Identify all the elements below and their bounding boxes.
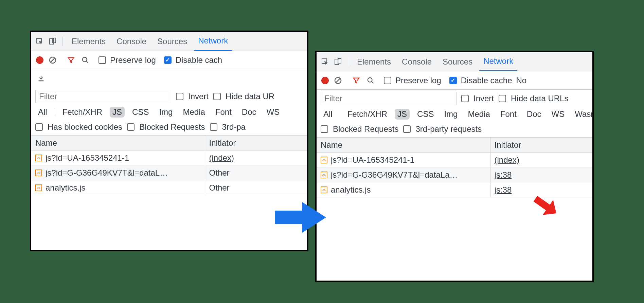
blocked-requests-checkbox[interactable] — [321, 125, 328, 133]
inspect-icon[interactable] — [320, 57, 330, 67]
inspect-icon[interactable] — [35, 36, 45, 47]
cell-initiator[interactable]: Other — [205, 165, 307, 180]
disable-cache-checkbox[interactable] — [449, 77, 457, 84]
filter-icon[interactable] — [66, 55, 76, 65]
preserve-log-checkbox[interactable] — [384, 77, 391, 84]
tabs-bar: Elements Console Sources Network — [317, 52, 592, 71]
initiator-link[interactable]: (index) — [209, 153, 234, 163]
filter-row: Invert Hide data URLs — [317, 90, 592, 107]
type-all[interactable]: All — [35, 107, 50, 118]
third-party-label: 3rd-party requests — [415, 124, 482, 134]
initiator-link[interactable]: js:38 — [495, 170, 512, 180]
tab-console[interactable]: Console — [112, 32, 150, 51]
invert-label: Invert — [473, 94, 494, 103]
search-icon[interactable] — [365, 75, 376, 86]
svg-text:<>: <> — [322, 173, 326, 177]
cell-name[interactable]: <>js?id=UA-165345241-1 — [317, 153, 490, 167]
cell-name[interactable]: <>analytics.js — [31, 180, 205, 195]
tab-network[interactable]: Network — [194, 32, 232, 51]
device-toggle-icon[interactable] — [48, 36, 58, 47]
disable-cache-checkbox[interactable] — [164, 56, 172, 64]
svg-text:<>: <> — [322, 188, 326, 192]
hide-data-urls-checkbox[interactable] — [499, 95, 506, 102]
preserve-log-checkbox[interactable] — [99, 56, 106, 64]
table-row[interactable]: <>js?id=G-G36G49KV7T&l=dataLa…js:38 — [317, 167, 592, 182]
download-har-icon[interactable] — [36, 73, 46, 84]
network-toolbar: Preserve log Disable cache No — [317, 71, 592, 90]
type-css[interactable]: CSS — [414, 109, 436, 120]
invert-checkbox[interactable] — [176, 93, 183, 100]
file-name: analytics.js — [46, 183, 85, 193]
filter-input[interactable] — [35, 90, 171, 103]
tab-sources[interactable]: Sources — [439, 52, 477, 71]
tab-sources[interactable]: Sources — [153, 32, 191, 51]
cell-initiator[interactable]: js:38 — [490, 167, 592, 182]
col-name-header[interactable]: Name — [31, 136, 205, 150]
table-row[interactable]: <>js?id=G-G36G49KV7T&l=dataL…Other — [31, 165, 307, 180]
filter-input[interactable] — [321, 92, 457, 105]
third-party-checkbox[interactable] — [403, 125, 411, 133]
cell-name[interactable]: <>js?id=G-G36G49KV7T&l=dataLa… — [317, 167, 490, 182]
type-wasm[interactable]: Wasn — [572, 109, 592, 120]
file-name: js?id=G-G36G49KV7T&l=dataL… — [46, 168, 168, 178]
type-js[interactable]: JS — [395, 109, 410, 120]
type-doc[interactable]: Doc — [524, 109, 544, 120]
initiator-link[interactable]: js:38 — [495, 185, 512, 195]
third-party-checkbox[interactable] — [210, 123, 217, 131]
requests-table: Name Initiator <>js?id=UA-165345241-1(in… — [31, 136, 307, 195]
type-doc[interactable]: Doc — [239, 107, 259, 118]
blocked-requests-checkbox[interactable] — [127, 123, 135, 131]
svg-line-17 — [372, 81, 374, 83]
clear-icon[interactable] — [333, 75, 343, 86]
col-name-header[interactable]: Name — [317, 138, 490, 152]
col-initiator-header[interactable]: Initiator — [490, 138, 592, 152]
initiator-text: Other — [209, 168, 230, 178]
type-media[interactable]: Media — [180, 107, 208, 118]
tab-console[interactable]: Console — [398, 52, 436, 71]
tab-elements[interactable]: Elements — [353, 52, 395, 71]
type-all[interactable]: All — [321, 109, 335, 120]
devtools-panel-after: Elements Console Sources Network Preserv… — [315, 51, 594, 282]
table-row[interactable]: <>js?id=UA-165345241-1(index) — [317, 153, 592, 167]
record-button[interactable] — [321, 77, 329, 84]
cell-name[interactable]: <>js?id=G-G36G49KV7T&l=dataL… — [31, 165, 205, 180]
type-img[interactable]: Img — [441, 109, 460, 120]
device-toggle-icon[interactable] — [333, 57, 343, 67]
invert-checkbox[interactable] — [461, 95, 469, 102]
network-toolbar-row2 — [31, 69, 307, 88]
tabs-bar: Elements Console Sources Network — [31, 32, 307, 51]
cell-name[interactable]: <>js?id=UA-165345241-1 — [31, 150, 205, 165]
col-initiator-header[interactable]: Initiator — [205, 136, 307, 150]
type-media[interactable]: Media — [465, 109, 493, 120]
tab-network[interactable]: Network — [479, 52, 517, 71]
table-row[interactable]: <>analytics.jsOther — [31, 180, 307, 195]
cell-initiator[interactable]: (index) — [490, 153, 592, 167]
cell-initiator[interactable]: (index) — [205, 150, 307, 165]
table-row[interactable]: <>js?id=UA-165345241-1(index) — [31, 150, 307, 165]
type-css[interactable]: CSS — [129, 107, 151, 118]
requests-table: Name Initiator <>js?id=UA-165345241-1(in… — [317, 138, 592, 197]
extra-filters-row: Blocked Requests 3rd-party requests — [317, 122, 592, 138]
js-file-icon: <> — [321, 172, 327, 178]
cell-initiator[interactable]: Other — [205, 180, 307, 195]
type-js[interactable]: JS — [110, 107, 125, 118]
type-font[interactable]: Font — [498, 109, 519, 120]
hide-data-urls-checkbox[interactable] — [213, 93, 221, 100]
type-ws[interactable]: WS — [549, 109, 568, 120]
record-button[interactable] — [36, 56, 43, 64]
tab-elements[interactable]: Elements — [68, 32, 110, 51]
initiator-link[interactable]: (index) — [495, 155, 519, 165]
filter-icon[interactable] — [351, 75, 361, 86]
type-fetch-xhr[interactable]: Fetch/XHR — [345, 109, 390, 120]
svg-text:<>: <> — [37, 156, 41, 160]
type-font[interactable]: Font — [213, 107, 234, 118]
file-name: analytics.js — [331, 185, 371, 195]
clear-icon[interactable] — [48, 55, 58, 65]
blocked-cookies-checkbox[interactable] — [35, 123, 43, 131]
type-fetch-xhr[interactable]: Fetch/XHR — [60, 107, 105, 118]
disable-cache-label: Disable cache — [461, 76, 512, 85]
cell-name[interactable]: <>analytics.js — [317, 182, 490, 197]
type-img[interactable]: Img — [156, 107, 175, 118]
type-ws[interactable]: WS — [264, 107, 283, 118]
search-icon[interactable] — [80, 55, 90, 65]
